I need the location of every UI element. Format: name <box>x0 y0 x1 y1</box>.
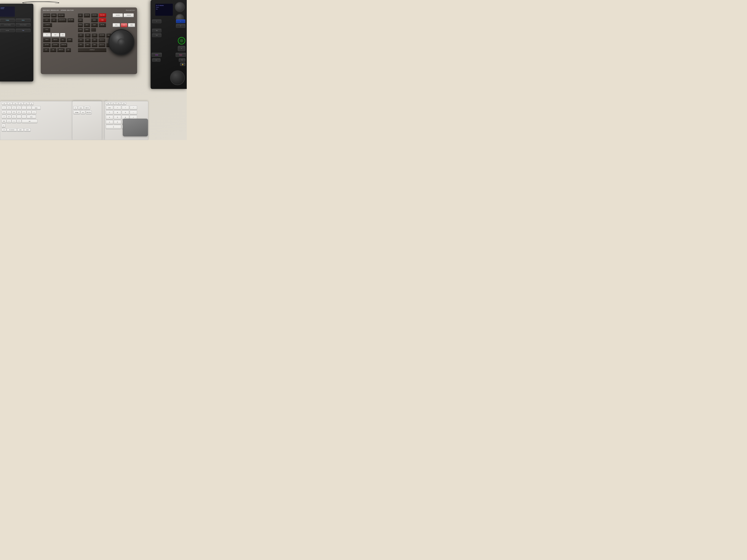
key-live-owr[interactable]: LIVE O/WR <box>98 33 105 37</box>
lc-key-deliver[interactable]: Deliver <box>16 19 31 22</box>
key-cam8[interactable]: CAM 8 <box>85 33 91 37</box>
rc-key-tab[interactable]: Tab <box>152 29 161 32</box>
lc-key-paste[interactable]: Paste Attr <box>0 29 15 32</box>
key-plus[interactable]: + <box>27 106 31 110</box>
key-set[interactable]: SET <box>66 48 71 52</box>
key-jog[interactable]: JOG <box>121 23 127 27</box>
key-F12[interactable]: F12 <box>24 102 29 105</box>
key-video-only[interactable]: VIDEO ONLY <box>98 38 105 42</box>
key-smth-cut[interactable]: SMTH CUT <box>57 48 65 52</box>
key-option[interactable]: option <box>17 128 24 132</box>
key-num0[interactable]: 0 <box>106 125 121 129</box>
key-sync-bin[interactable]: SYNC BIN <box>84 14 90 18</box>
key-delete[interactable]: delete <box>32 106 41 110</box>
rc-key-save[interactable]: Save <box>176 53 186 57</box>
rc-key-undo[interactable]: Undo <box>152 53 162 57</box>
key-L[interactable]: L <box>12 115 16 119</box>
key-shtl[interactable]: SHTL <box>113 23 120 27</box>
lc-key-fairlight[interactable]: Fairlight <box>0 19 15 22</box>
key-all[interactable]: all <box>2 128 6 132</box>
key-split[interactable]: SPLIT <box>84 23 90 27</box>
key-page-down[interactable]: page down <box>86 111 92 114</box>
key-lt[interactable]: < <box>7 119 11 123</box>
key-F19[interactable]: F19 <box>121 102 126 105</box>
key-9[interactable]: 9 <box>12 106 16 110</box>
key-0[interactable]: 0 <box>17 106 21 110</box>
rc-key-unu[interactable]: unu <box>152 58 160 62</box>
key-source[interactable]: SOURCE <box>113 14 123 18</box>
key-I[interactable]: I <box>7 111 11 114</box>
key-clear[interactable]: clear <box>106 106 113 110</box>
rc-key-O[interactable] <box>178 37 185 45</box>
key-cam2[interactable]: CAM 2 <box>85 43 91 47</box>
key-full-view[interactable]: FULL VIEW <box>99 14 106 18</box>
key-trans-dur[interactable]: TRANS DUR <box>60 43 68 47</box>
key-ripl-owr[interactable]: RIPL O/WR <box>57 14 65 18</box>
key-slide[interactable]: SLIDE <box>67 38 73 42</box>
key-close-up[interactable]: CLOSE UP <box>43 23 52 27</box>
rc-key-ctrl[interactable]: Ctrl <box>152 33 161 37</box>
key-slash[interactable]: / <box>122 106 129 110</box>
key-shift-right[interactable]: shift <box>22 119 37 123</box>
key-F17[interactable]: F17 <box>111 102 116 105</box>
rc-scroll-wheel[interactable] <box>170 70 185 85</box>
key-trim-out[interactable]: TRIM OUT <box>52 38 59 42</box>
key-cam9[interactable]: CAM 9 <box>92 33 98 37</box>
key-cam7[interactable]: CAM 7 <box>78 33 84 37</box>
key-cut[interactable]: CUT <box>43 48 49 52</box>
key-F11[interactable]: F11 <box>18 102 24 105</box>
rc-key-2[interactable]: 2 <box>176 20 185 23</box>
key-home[interactable]: home <box>78 106 83 110</box>
key-rbracket[interactable]: } <box>27 111 31 114</box>
key-num7[interactable]: 7 <box>106 111 113 115</box>
key-delete-fwd[interactable]: delete▶ <box>73 111 80 114</box>
rc-key-3[interactable]: 3 <box>176 24 185 28</box>
key-timeline[interactable]: TIMELINE <box>124 14 134 18</box>
key-snap[interactable]: SNAP <box>91 23 98 27</box>
key-trim-in[interactable]: TRIM IN <box>43 38 51 42</box>
key-slip-src[interactable]: SLIP SRC <box>43 43 51 47</box>
key-clip2[interactable]: CLIP <box>51 18 57 22</box>
key-move[interactable]: MOVE <box>84 28 90 32</box>
key-control[interactable]: control <box>24 128 31 132</box>
key-F18[interactable]: F18 <box>116 102 121 105</box>
key-audio-only[interactable]: AUDIO ONLY <box>98 43 105 47</box>
key-esc[interactable]: ESC <box>78 14 83 18</box>
key-src-owr[interactable]: SRC O/WR <box>67 18 74 22</box>
key-page-up[interactable]: page up <box>84 106 90 110</box>
key-smart-insrt[interactable]: SMART INSRT <box>43 14 50 18</box>
key-ripl-del[interactable]: RIPL DEL <box>99 23 106 27</box>
key-dis[interactable]: DIS <box>50 48 56 52</box>
key-num2[interactable]: 2 <box>114 120 121 124</box>
key-title[interactable]: TITLE <box>78 28 83 32</box>
key-undo[interactable]: UNDO <box>78 18 83 22</box>
key-stop-play[interactable]: STOP/PLAY <box>78 48 106 52</box>
key-place-on-top[interactable]: PLACE ON TOP <box>57 18 67 22</box>
key-end[interactable]: end <box>81 111 85 114</box>
key-num1[interactable]: 1 <box>106 120 113 124</box>
key-F9[interactable]: F9 <box>7 102 12 105</box>
key-num-minus[interactable]: – <box>130 111 137 115</box>
key-rvw[interactable]: RVW <box>99 18 106 22</box>
key-num8[interactable]: 8 <box>114 111 121 115</box>
key-eject[interactable]: ⏏ <box>29 102 33 105</box>
key-dot[interactable] <box>91 28 96 32</box>
key-M[interactable]: M <box>2 119 6 123</box>
key-appnd[interactable]: APPND <box>51 14 57 18</box>
key-out[interactable]: OUT <box>52 33 59 37</box>
key-return[interactable]: return <box>27 115 36 119</box>
lc-key-copy[interactable]: Copy <box>16 29 31 32</box>
key-F10[interactable]: F10 <box>13 102 18 105</box>
lc-key-full-end[interactable]: Full End to Playback <box>0 23 15 26</box>
knob-top[interactable] <box>175 2 185 12</box>
key-cam5[interactable]: CAM 5 <box>85 38 91 42</box>
lc-key-full-end2[interactable]: Full End to Playback <box>16 23 31 26</box>
key-trans[interactable]: TRANS <box>78 23 83 27</box>
key-fn[interactable]: fn <box>73 106 77 110</box>
key-7[interactable]: 7 <box>2 106 6 110</box>
rc-key-enter[interactable]: ↵ <box>178 46 185 51</box>
key-question[interactable]: ? <box>17 119 21 123</box>
rc-key-fn[interactable]: Fn <box>179 58 185 62</box>
key-arrow-up[interactable]: ▲ <box>2 124 5 128</box>
key-K[interactable]: K <box>7 115 11 119</box>
